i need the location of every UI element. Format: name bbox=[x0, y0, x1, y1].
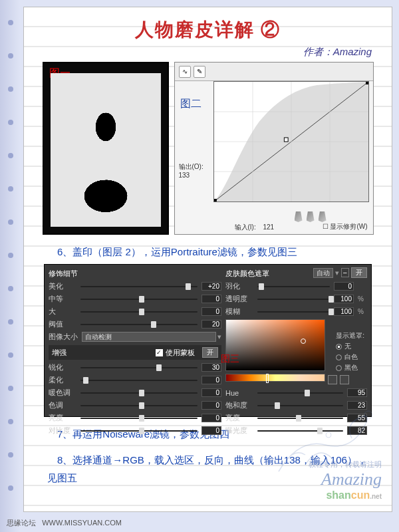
auto-dropdown[interactable]: 自动 bbox=[313, 268, 333, 278]
slider-value[interactable]: 0 bbox=[334, 282, 354, 291]
slider-thumb[interactable] bbox=[139, 390, 144, 396]
step-6: 6、盖印（图层 2），运用Portraiture滤镜，参数见图三 bbox=[47, 243, 372, 261]
slider-track[interactable] bbox=[257, 405, 343, 406]
panel-left-column: 修饰细节 美化+20中等0大0阀值20 图像大小 自动检测 ▾ 增强 ✓使用蒙板… bbox=[49, 269, 221, 412]
slider-thumb[interactable] bbox=[156, 364, 162, 371]
mask-radio-white[interactable]: 白色 bbox=[336, 352, 364, 362]
panel-top-controls: 自动 ▾ − 开 bbox=[313, 267, 367, 278]
slider-track[interactable] bbox=[257, 286, 330, 287]
slider-row: 大0 bbox=[49, 307, 221, 317]
slider-thumb[interactable] bbox=[139, 296, 144, 303]
panel-right-column: 皮肤颜色遮罩 羽化0透明度100%模糊100% Hue95饱和度23亮度55曝光… bbox=[225, 269, 367, 412]
svg-rect-9 bbox=[366, 82, 368, 84]
slider-value[interactable]: 0 bbox=[201, 426, 221, 435]
curves-graph[interactable] bbox=[213, 81, 369, 202]
curve-tool-pencil-icon[interactable]: ✎ bbox=[194, 66, 205, 78]
slider-value[interactable]: 55 bbox=[347, 414, 367, 422]
slider-track[interactable] bbox=[80, 367, 198, 368]
slider-value[interactable]: 0 bbox=[201, 295, 221, 303]
slider-track[interactable] bbox=[257, 311, 330, 313]
slider-thumb[interactable] bbox=[296, 415, 301, 422]
slider-track[interactable] bbox=[80, 405, 198, 406]
mask-radio-black[interactable]: 黑色 bbox=[336, 363, 364, 372]
author-line: 作者：Amazing bbox=[24, 46, 372, 59]
slider-value[interactable]: 0 bbox=[201, 414, 221, 422]
slider-track[interactable] bbox=[80, 430, 198, 432]
slider-row: 对比度0 bbox=[49, 426, 221, 436]
curves-show-clip[interactable]: ☐ 显示修剪(W) bbox=[323, 222, 368, 231]
slider-row: 美化+20 bbox=[49, 281, 221, 291]
slider-value[interactable]: 23 bbox=[347, 401, 367, 410]
open-button[interactable]: 开 bbox=[202, 347, 218, 358]
curve-tool-smooth-icon[interactable]: ∿ bbox=[179, 66, 191, 78]
chevron-down-icon[interactable]: ▾ bbox=[217, 332, 221, 341]
eyedropper-icon[interactable] bbox=[319, 211, 327, 222]
eyedropper-icon[interactable] bbox=[307, 211, 315, 222]
slider-value[interactable]: +20 bbox=[201, 282, 221, 291]
slider-row: 亮度0 bbox=[49, 413, 221, 423]
slider-value[interactable]: 100 bbox=[334, 307, 354, 316]
slider-value[interactable]: 100 bbox=[334, 295, 354, 303]
slider-track[interactable] bbox=[80, 299, 198, 300]
slider-thumb[interactable] bbox=[151, 321, 156, 328]
slider-track[interactable] bbox=[80, 311, 198, 313]
slider-track[interactable] bbox=[257, 299, 330, 300]
slider-value[interactable]: 20 bbox=[201, 320, 221, 329]
slider-row: Hue95 bbox=[225, 388, 367, 398]
slider-thumb[interactable] bbox=[329, 296, 334, 303]
slider-track[interactable] bbox=[80, 418, 198, 419]
slider-thumb[interactable] bbox=[139, 415, 144, 422]
slider-thumb[interactable] bbox=[305, 390, 310, 396]
slider-thumb[interactable] bbox=[275, 402, 280, 409]
slider-row: 羽化0 bbox=[225, 281, 367, 291]
hue-bar[interactable] bbox=[225, 374, 325, 382]
slider-thumb[interactable] bbox=[186, 283, 191, 290]
slider-track[interactable] bbox=[257, 430, 343, 432]
slider-value[interactable]: 82 bbox=[347, 426, 367, 435]
use-mask-checkbox[interactable]: ✓使用蒙板 开 bbox=[156, 347, 218, 358]
slider-thumb[interactable] bbox=[139, 309, 144, 315]
slider-track[interactable] bbox=[80, 324, 198, 325]
slider-track[interactable] bbox=[257, 392, 343, 394]
slider-thumb[interactable] bbox=[259, 283, 264, 290]
slider-row: 色调0 bbox=[49, 400, 221, 410]
image-size-row: 图像大小 自动检测 ▾ bbox=[49, 332, 221, 342]
slider-row: 阀值20 bbox=[49, 319, 221, 329]
slider-track[interactable] bbox=[80, 380, 198, 381]
eyedropper-add-icon[interactable] bbox=[340, 375, 349, 384]
slider-value[interactable]: 0 bbox=[201, 401, 221, 410]
open-button[interactable]: 开 bbox=[351, 267, 367, 278]
site-watermark: shancun.net bbox=[309, 489, 382, 501]
slider-row: 中等0 bbox=[49, 294, 221, 304]
slider-value[interactable]: 95 bbox=[347, 388, 367, 397]
curves-eyedroppers bbox=[295, 211, 327, 222]
slider-thumb[interactable] bbox=[83, 377, 88, 384]
eyedropper-icon[interactable] bbox=[328, 375, 337, 384]
slider-track[interactable] bbox=[80, 392, 198, 394]
curves-input: 输入(I): 121 bbox=[235, 223, 275, 232]
slider-thumb[interactable] bbox=[139, 402, 144, 409]
minus-button[interactable]: − bbox=[341, 268, 349, 277]
figure-2-label: 图二 bbox=[180, 97, 201, 111]
mask-radio-none[interactable]: 无 bbox=[336, 342, 364, 351]
slider-track[interactable] bbox=[80, 286, 198, 287]
slider-value[interactable]: 0 bbox=[201, 307, 221, 316]
slider-row: 饱和度23 bbox=[225, 400, 367, 410]
color-picker[interactable] bbox=[225, 319, 325, 371]
curves-toolbar: ∿ ✎ bbox=[175, 63, 373, 81]
slider-value[interactable]: 0 bbox=[201, 376, 221, 384]
image-size-dropdown[interactable]: 自动检测 bbox=[82, 332, 216, 342]
svg-rect-8 bbox=[214, 199, 217, 201]
slider-row: 亮度55 bbox=[225, 413, 367, 423]
page-title: 人物磨皮详解 ② bbox=[24, 17, 392, 43]
slider-thumb[interactable] bbox=[139, 428, 144, 434]
slider-thumb[interactable] bbox=[317, 428, 323, 434]
slider-thumb[interactable] bbox=[329, 309, 334, 315]
slider-row: 暖色调0 bbox=[49, 388, 221, 398]
eyedropper-icon[interactable] bbox=[295, 211, 303, 222]
slider-track[interactable] bbox=[257, 418, 343, 419]
slider-value[interactable]: 0 bbox=[201, 388, 221, 397]
slider-value[interactable]: 30 bbox=[201, 363, 221, 372]
slider-row: 柔化0 bbox=[49, 375, 221, 385]
enhance-section-header: 增强 ✓使用蒙板 开 bbox=[49, 345, 221, 360]
